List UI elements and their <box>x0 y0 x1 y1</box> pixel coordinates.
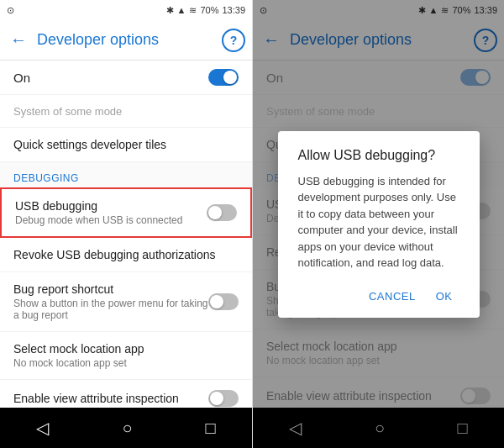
dialog-overlay: Allow USB debugging? USB debugging is in… <box>253 0 504 448</box>
right-panel: ⊙ ✱ ▲ ≋ 70% 13:39 ← Developer options ? … <box>252 0 504 448</box>
signal-icon-left: ▲ <box>177 5 186 15</box>
help-button-left[interactable]: ? <box>222 29 245 52</box>
usb-debug-toggle-left[interactable] <box>207 204 237 221</box>
content-left: On System of some mode Quick settings de… <box>0 61 252 408</box>
home-nav-left[interactable]: ○ <box>115 412 139 445</box>
dialog-title: Allow USB debugging? <box>298 148 459 163</box>
debugging-header-left: Debugging <box>0 162 252 187</box>
back-nav-left[interactable]: ◁ <box>29 411 55 445</box>
app-bar-left: ← Developer options ? <box>0 20 252 61</box>
status-bar-left: ⊙ ✱ ▲ ≋ 70% 13:39 <box>0 0 252 20</box>
time-left: 13:39 <box>222 5 245 15</box>
view-attr-row-left[interactable]: Enable view attribute inspection <box>0 380 252 408</box>
bug-report-subtitle-left: Show a button in the power menu for taki… <box>13 298 208 321</box>
master-toggle-left[interactable] <box>208 69 239 86</box>
view-attr-toggle-left[interactable] <box>208 390 239 407</box>
on-label-left: On <box>13 71 30 85</box>
mock-location-text-left: Select mock location app No mock locatio… <box>13 342 239 369</box>
left-panel: ⊙ ✱ ▲ ≋ 70% 13:39 ← Developer options ? … <box>0 0 252 448</box>
recent-nav-left[interactable]: □ <box>198 412 222 445</box>
mock-location-subtitle-left: No mock location app set <box>13 357 239 369</box>
bug-report-row-left[interactable]: Bug report shortcut Show a button in the… <box>0 272 252 332</box>
usb-debugging-subtitle-left: Debug mode when USB is connected <box>15 214 207 226</box>
bluetooth-icon-left: ✱ <box>166 5 174 16</box>
quick-settings-row-left[interactable]: Quick settings developer tiles <box>0 128 252 162</box>
usb-debugging-row-left[interactable]: USB debugging Debug mode when USB is con… <box>0 187 252 238</box>
dialog-ok-button[interactable]: OK <box>429 285 459 308</box>
dialog-body: USB debugging is intended for developmen… <box>298 173 459 271</box>
revoke-usb-row-left[interactable]: Revoke USB debugging authorizations <box>0 238 252 272</box>
bug-report-text-left: Bug report shortcut Show a button in the… <box>13 282 208 321</box>
mock-location-row-left[interactable]: Select mock location app No mock locatio… <box>0 332 252 380</box>
bug-report-title-left: Bug report shortcut <box>13 282 208 296</box>
back-button-left[interactable]: ← <box>7 27 30 53</box>
revoke-usb-label-left: Revoke USB debugging authorizations <box>13 248 216 261</box>
battery-text-left: 70% <box>200 5 218 15</box>
usb-debugging-text-left: USB debugging Debug mode when USB is con… <box>15 199 207 226</box>
quick-settings-label-left: Quick settings developer tiles <box>13 138 166 151</box>
page-title-left: Developer options <box>37 31 215 49</box>
usb-debugging-title-left: USB debugging <box>15 199 207 213</box>
system-ui-text-left: System of some mode <box>13 105 122 118</box>
bug-report-toggle-left[interactable] <box>208 293 239 310</box>
android-icon-left: ⊙ <box>7 5 14 16</box>
system-ui-row-left: System of some mode <box>0 95 252 128</box>
view-attr-label-left: Enable view attribute inspection <box>13 392 179 405</box>
nav-bar-left: ◁ ○ □ <box>0 408 252 448</box>
usb-debug-dialog: Allow USB debugging? USB debugging is in… <box>278 131 480 318</box>
dialog-actions: CANCEL OK <box>298 285 459 308</box>
wifi-icon-left: ≋ <box>189 5 197 16</box>
mock-location-title-left: Select mock location app <box>13 342 239 356</box>
on-row-left: On <box>0 61 252 95</box>
dialog-cancel-button[interactable]: CANCEL <box>362 285 423 308</box>
